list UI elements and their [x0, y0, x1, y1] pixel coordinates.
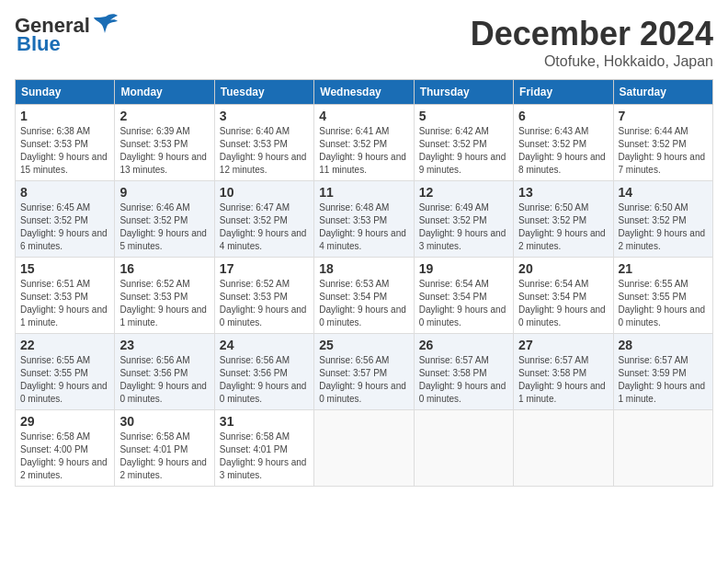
calendar-cell: 29 Sunrise: 6:58 AM Sunset: 4:00 PM Dayl…	[16, 410, 115, 487]
day-info: Sunrise: 6:54 AM Sunset: 3:54 PM Dayligh…	[419, 278, 508, 329]
weekday-header-sunday: Sunday	[16, 80, 115, 105]
day-number: 7	[619, 109, 708, 123]
day-number: 30	[119, 414, 209, 429]
calendar-cell: 13 Sunrise: 6:50 AM Sunset: 3:52 PM Dayl…	[514, 181, 613, 258]
calendar-cell	[613, 410, 712, 487]
day-number: 27	[518, 338, 608, 352]
calendar-cell: 14 Sunrise: 6:50 AM Sunset: 3:52 PM Dayl…	[613, 181, 712, 258]
day-info: Sunrise: 6:39 AM Sunset: 3:53 PM Dayligh…	[119, 125, 209, 177]
day-info: Sunrise: 6:58 AM Sunset: 4:00 PM Dayligh…	[20, 431, 109, 482]
day-info: Sunrise: 6:56 AM Sunset: 3:57 PM Dayligh…	[319, 354, 408, 406]
calendar-cell: 30 Sunrise: 6:58 AM Sunset: 4:01 PM Dayl…	[115, 410, 214, 487]
day-info: Sunrise: 6:58 AM Sunset: 4:01 PM Dayligh…	[119, 431, 209, 482]
day-number: 3	[220, 109, 309, 123]
calendar-cell	[414, 410, 513, 487]
day-number: 11	[319, 185, 408, 200]
day-number: 26	[419, 338, 508, 352]
calendar-cell: 28 Sunrise: 6:57 AM Sunset: 3:59 PM Dayl…	[613, 334, 712, 410]
day-number: 9	[119, 185, 209, 200]
logo: General Blue	[15, 15, 119, 55]
calendar-cell: 5 Sunrise: 6:42 AM Sunset: 3:52 PM Dayli…	[414, 105, 513, 181]
day-info: Sunrise: 6:43 AM Sunset: 3:52 PM Dayligh…	[518, 125, 608, 177]
day-number: 20	[518, 261, 608, 276]
calendar-cell: 16 Sunrise: 6:52 AM Sunset: 3:53 PM Dayl…	[115, 258, 214, 334]
calendar-cell: 31 Sunrise: 6:58 AM Sunset: 4:01 PM Dayl…	[214, 410, 313, 487]
day-number: 22	[20, 338, 109, 352]
day-info: Sunrise: 6:51 AM Sunset: 3:53 PM Dayligh…	[20, 278, 109, 329]
day-info: Sunrise: 6:50 AM Sunset: 3:52 PM Dayligh…	[518, 201, 608, 253]
day-number: 29	[20, 414, 109, 429]
calendar-cell: 12 Sunrise: 6:49 AM Sunset: 3:52 PM Dayl…	[414, 181, 513, 258]
calendar-cell: 17 Sunrise: 6:52 AM Sunset: 3:53 PM Dayl…	[214, 258, 313, 334]
weekday-header-friday: Friday	[514, 80, 613, 105]
calendar-cell: 10 Sunrise: 6:47 AM Sunset: 3:52 PM Dayl…	[214, 181, 313, 258]
day-number: 23	[119, 338, 209, 352]
day-info: Sunrise: 6:48 AM Sunset: 3:53 PM Dayligh…	[319, 201, 408, 253]
calendar-cell: 2 Sunrise: 6:39 AM Sunset: 3:53 PM Dayli…	[115, 105, 214, 181]
page-header: General Blue December 2024 Otofuke, Hokk…	[15, 15, 713, 70]
day-info: Sunrise: 6:44 AM Sunset: 3:52 PM Dayligh…	[619, 125, 708, 177]
day-number: 31	[220, 414, 309, 429]
day-number: 10	[220, 185, 309, 200]
weekday-header-wednesday: Wednesday	[314, 80, 414, 105]
calendar-week-row: 22 Sunrise: 6:55 AM Sunset: 3:55 PM Dayl…	[16, 334, 713, 410]
day-number: 14	[619, 185, 708, 200]
calendar-cell: 3 Sunrise: 6:40 AM Sunset: 3:53 PM Dayli…	[214, 105, 313, 181]
day-info: Sunrise: 6:41 AM Sunset: 3:52 PM Dayligh…	[319, 125, 408, 177]
day-number: 13	[518, 185, 608, 200]
calendar-week-row: 8 Sunrise: 6:45 AM Sunset: 3:52 PM Dayli…	[16, 181, 713, 258]
calendar-cell: 8 Sunrise: 6:45 AM Sunset: 3:52 PM Dayli…	[16, 181, 115, 258]
calendar-cell	[514, 410, 613, 487]
day-info: Sunrise: 6:55 AM Sunset: 3:55 PM Dayligh…	[20, 354, 109, 406]
calendar-cell: 26 Sunrise: 6:57 AM Sunset: 3:58 PM Dayl…	[414, 334, 513, 410]
day-info: Sunrise: 6:52 AM Sunset: 3:53 PM Dayligh…	[220, 278, 309, 329]
day-number: 5	[419, 109, 508, 123]
calendar-cell: 21 Sunrise: 6:55 AM Sunset: 3:55 PM Dayl…	[613, 258, 712, 334]
day-info: Sunrise: 6:40 AM Sunset: 3:53 PM Dayligh…	[220, 125, 309, 177]
title-area: December 2024 Otofuke, Hokkaido, Japan	[471, 15, 713, 70]
day-number: 28	[619, 338, 708, 352]
day-number: 17	[220, 261, 309, 276]
day-number: 1	[20, 109, 109, 123]
calendar-cell	[314, 410, 414, 487]
day-number: 12	[419, 185, 508, 200]
day-number: 18	[319, 261, 408, 276]
calendar-cell: 27 Sunrise: 6:57 AM Sunset: 3:58 PM Dayl…	[514, 334, 613, 410]
day-number: 21	[619, 261, 708, 276]
calendar-cell: 22 Sunrise: 6:55 AM Sunset: 3:55 PM Dayl…	[16, 334, 115, 410]
day-info: Sunrise: 6:58 AM Sunset: 4:01 PM Dayligh…	[220, 431, 309, 482]
calendar-cell: 1 Sunrise: 6:38 AM Sunset: 3:53 PM Dayli…	[16, 105, 115, 181]
day-info: Sunrise: 6:55 AM Sunset: 3:55 PM Dayligh…	[619, 278, 708, 329]
calendar-cell: 4 Sunrise: 6:41 AM Sunset: 3:52 PM Dayli…	[314, 105, 414, 181]
calendar-week-row: 15 Sunrise: 6:51 AM Sunset: 3:53 PM Dayl…	[16, 258, 713, 334]
day-info: Sunrise: 6:57 AM Sunset: 3:59 PM Dayligh…	[619, 354, 708, 406]
calendar-header-row: SundayMondayTuesdayWednesdayThursdayFrid…	[16, 80, 713, 105]
logo-blue-text: Blue	[17, 33, 61, 55]
day-info: Sunrise: 6:56 AM Sunset: 3:56 PM Dayligh…	[220, 354, 309, 406]
day-number: 19	[419, 261, 508, 276]
day-info: Sunrise: 6:57 AM Sunset: 3:58 PM Dayligh…	[419, 354, 508, 406]
weekday-header-tuesday: Tuesday	[214, 80, 313, 105]
calendar-cell: 24 Sunrise: 6:56 AM Sunset: 3:56 PM Dayl…	[214, 334, 313, 410]
day-info: Sunrise: 6:53 AM Sunset: 3:54 PM Dayligh…	[319, 278, 408, 329]
month-title: December 2024	[471, 15, 713, 53]
calendar-cell: 20 Sunrise: 6:54 AM Sunset: 3:54 PM Dayl…	[514, 258, 613, 334]
day-number: 4	[319, 109, 408, 123]
logo-bird-icon	[92, 13, 119, 37]
weekday-header-saturday: Saturday	[613, 80, 712, 105]
day-info: Sunrise: 6:49 AM Sunset: 3:52 PM Dayligh…	[419, 201, 508, 253]
location: Otofuke, Hokkaido, Japan	[471, 53, 713, 70]
calendar-week-row: 1 Sunrise: 6:38 AM Sunset: 3:53 PM Dayli…	[16, 105, 713, 181]
weekday-header-thursday: Thursday	[414, 80, 513, 105]
calendar-cell: 15 Sunrise: 6:51 AM Sunset: 3:53 PM Dayl…	[16, 258, 115, 334]
day-info: Sunrise: 6:45 AM Sunset: 3:52 PM Dayligh…	[20, 201, 109, 253]
calendar-cell: 19 Sunrise: 6:54 AM Sunset: 3:54 PM Dayl…	[414, 258, 513, 334]
day-info: Sunrise: 6:52 AM Sunset: 3:53 PM Dayligh…	[119, 278, 209, 329]
day-info: Sunrise: 6:54 AM Sunset: 3:54 PM Dayligh…	[518, 278, 608, 329]
calendar-week-row: 29 Sunrise: 6:58 AM Sunset: 4:00 PM Dayl…	[16, 410, 713, 487]
day-number: 24	[220, 338, 309, 352]
day-number: 2	[119, 109, 209, 123]
day-info: Sunrise: 6:38 AM Sunset: 3:53 PM Dayligh…	[20, 125, 109, 177]
day-info: Sunrise: 6:42 AM Sunset: 3:52 PM Dayligh…	[419, 125, 508, 177]
day-info: Sunrise: 6:56 AM Sunset: 3:56 PM Dayligh…	[119, 354, 209, 406]
